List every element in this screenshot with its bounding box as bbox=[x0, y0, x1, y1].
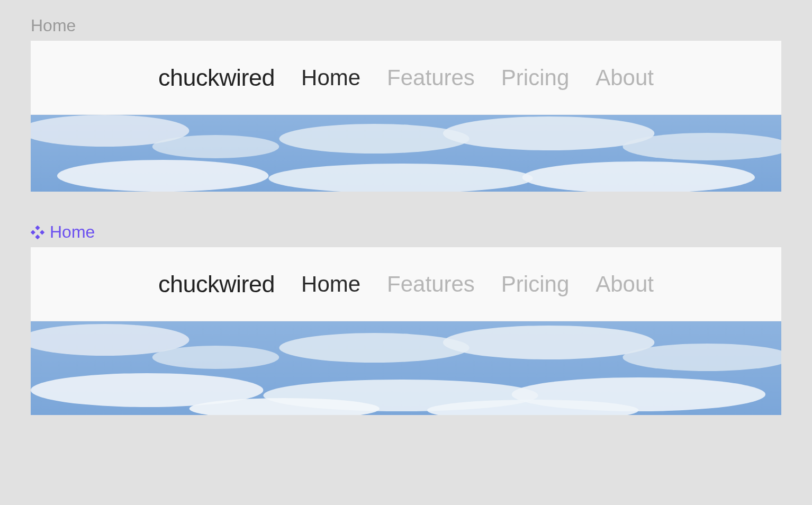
hero-image bbox=[31, 321, 781, 415]
panel-1: chuckwired Home Features Pricing About bbox=[31, 41, 781, 192]
svg-rect-12 bbox=[35, 235, 40, 239]
svg-point-16 bbox=[279, 333, 469, 363]
navbar: chuckwired Home Features Pricing About bbox=[31, 247, 781, 321]
svg-point-4 bbox=[443, 116, 654, 150]
svg-point-6 bbox=[57, 160, 268, 192]
svg-rect-10 bbox=[31, 230, 35, 235]
nav-link-features[interactable]: Features bbox=[387, 272, 475, 297]
nav-link-pricing[interactable]: Pricing bbox=[501, 65, 569, 91]
nav-link-about[interactable]: About bbox=[596, 272, 654, 297]
hero-image bbox=[31, 115, 781, 192]
nav-link-about[interactable]: About bbox=[596, 65, 654, 91]
svg-rect-11 bbox=[40, 230, 44, 235]
section-label-with-icon: Home bbox=[31, 222, 781, 242]
svg-point-17 bbox=[443, 326, 654, 359]
navbar: chuckwired Home Features Pricing About bbox=[31, 41, 781, 115]
panel-2: chuckwired Home Features Pricing About bbox=[31, 247, 781, 415]
component-icon bbox=[31, 226, 44, 239]
brand[interactable]: chuckwired bbox=[158, 64, 275, 92]
svg-point-15 bbox=[152, 346, 279, 369]
nav-link-home[interactable]: Home bbox=[301, 65, 360, 91]
svg-point-2 bbox=[152, 135, 279, 158]
nav-link-pricing[interactable]: Pricing bbox=[501, 272, 569, 297]
svg-rect-9 bbox=[35, 226, 40, 230]
svg-point-3 bbox=[279, 124, 469, 154]
panel-wrapper-1: Home chuckwired Home Features Pricing Ab… bbox=[31, 16, 781, 192]
nav-link-features[interactable]: Features bbox=[387, 65, 475, 91]
panel-wrapper-2: Home chuckwired Home Features Pricing Ab… bbox=[31, 222, 781, 415]
section-label: Home bbox=[31, 16, 781, 35]
brand[interactable]: chuckwired bbox=[158, 270, 275, 298]
nav-link-home[interactable]: Home bbox=[301, 272, 360, 297]
section-label-text: Home bbox=[50, 222, 95, 242]
